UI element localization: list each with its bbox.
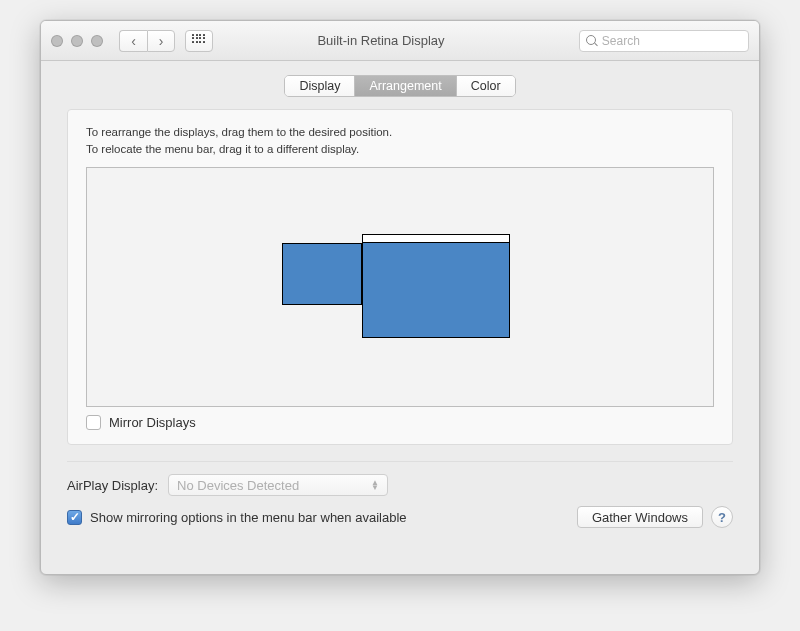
search-field[interactable] [579,30,749,52]
menu-bar-handle[interactable] [362,234,510,242]
bottom-row: Show mirroring options in the menu bar w… [67,506,733,528]
show-mirroring-label: Show mirroring options in the menu bar w… [90,510,407,525]
zoom-icon[interactable] [91,35,103,47]
chevron-right-icon: › [159,33,164,49]
tab-row: Display Arrangement Color [65,75,735,97]
tab-arrangement[interactable]: Arrangement [355,76,456,96]
mirror-displays-checkbox[interactable] [86,415,101,430]
display-primary[interactable] [362,242,510,338]
help-button[interactable]: ? [711,506,733,528]
titlebar: ‹ › Built-in Retina Display [41,21,759,61]
instructions: To rearrange the displays, drag them to … [86,124,714,157]
nav-buttons: ‹ › [119,30,175,52]
separator [67,461,733,462]
airplay-row: AirPlay Display: No Devices Detected ▲▼ [67,474,733,496]
display-secondary[interactable] [282,243,362,305]
airplay-popup[interactable]: No Devices Detected ▲▼ [168,474,388,496]
display-arrangement-well[interactable] [86,167,714,407]
instruction-line: To rearrange the displays, drag them to … [86,124,714,141]
minimize-icon[interactable] [71,35,83,47]
airplay-value: No Devices Detected [177,478,299,493]
show-mirroring-checkbox[interactable] [67,510,82,525]
content-area: Display Arrangement Color To rearrange t… [41,61,759,574]
tab-display[interactable]: Display [285,76,355,96]
back-button[interactable]: ‹ [119,30,147,52]
show-all-button[interactable] [185,30,213,52]
preferences-window: ‹ › Built-in Retina Display Display Arra… [40,20,760,575]
close-icon[interactable] [51,35,63,47]
arrangement-group: To rearrange the displays, drag them to … [67,109,733,445]
search-input[interactable] [602,34,742,48]
grid-icon [192,34,206,48]
window-title: Built-in Retina Display [223,33,569,48]
forward-button[interactable]: › [147,30,175,52]
tab-segmented-control: Display Arrangement Color [284,75,515,97]
tab-color[interactable]: Color [457,76,515,96]
gather-windows-button[interactable]: Gather Windows [577,506,703,528]
instruction-line: To relocate the menu bar, drag it to a d… [86,141,714,158]
search-icon [586,35,597,47]
mirror-displays-label: Mirror Displays [109,415,196,430]
chevron-left-icon: ‹ [131,33,136,49]
window-controls [51,35,109,47]
mirror-row: Mirror Displays [86,415,714,430]
popup-arrows-icon: ▲▼ [371,480,379,490]
airplay-label: AirPlay Display: [67,478,158,493]
